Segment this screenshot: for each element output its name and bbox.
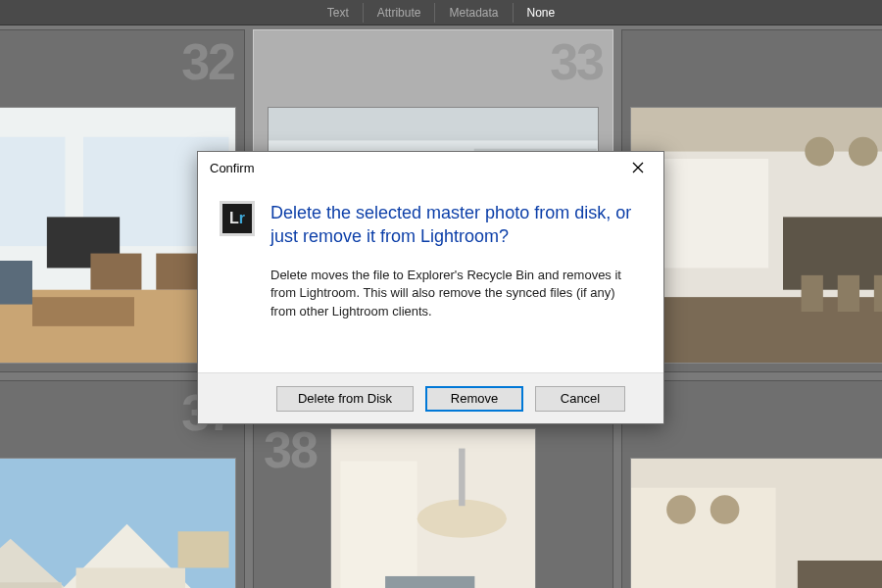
close-icon <box>632 162 644 173</box>
photo-thumbnail[interactable] <box>330 428 536 588</box>
svg-rect-35 <box>385 576 474 588</box>
svg-point-19 <box>849 137 878 167</box>
svg-rect-29 <box>178 531 229 567</box>
svg-rect-34 <box>459 449 466 507</box>
cell-number: 33 <box>550 32 603 91</box>
remove-button[interactable]: Remove <box>425 386 523 412</box>
cell-number: 38 <box>264 420 317 479</box>
svg-point-40 <box>666 495 696 524</box>
filter-tab-none[interactable]: None <box>514 3 569 23</box>
filter-tab-text[interactable]: Text <box>314 3 364 23</box>
dialog-heading: Delete the selected master photo from di… <box>270 201 642 249</box>
svg-rect-8 <box>32 297 134 326</box>
svg-rect-28 <box>76 567 185 588</box>
cell-number: 32 <box>181 32 234 91</box>
cancel-button[interactable]: Cancel <box>535 386 625 412</box>
dialog-description: Delete moves the file to Explorer's Recy… <box>270 267 642 322</box>
confirm-dialog: Confirm Lr Delete the selected master ph… <box>197 151 664 424</box>
dialog-button-row: Delete from Disk Remove Cancel <box>198 372 663 423</box>
dialog-title: Confirm <box>210 161 618 175</box>
dialog-titlebar: Confirm <box>198 152 663 183</box>
grid-cell[interactable]: 38 <box>253 417 613 588</box>
svg-rect-27 <box>0 582 62 588</box>
svg-rect-14 <box>631 108 882 152</box>
delete-from-disk-button[interactable]: Delete from Disk <box>276 386 414 412</box>
filter-tab-attribute[interactable]: Attribute <box>364 3 436 23</box>
svg-rect-32 <box>340 462 416 588</box>
photo-thumbnail[interactable] <box>630 458 882 588</box>
svg-rect-39 <box>631 488 776 588</box>
svg-point-18 <box>805 137 834 167</box>
svg-rect-5 <box>0 261 32 305</box>
lightroom-icon: Lr <box>220 201 255 236</box>
svg-point-41 <box>710 495 740 524</box>
svg-rect-20 <box>802 275 823 312</box>
photo-thumbnail[interactable] <box>630 107 882 364</box>
filter-bar: Text Attribute Metadata None <box>0 0 882 25</box>
svg-rect-17 <box>783 217 882 289</box>
filter-tab-metadata[interactable]: Metadata <box>435 3 513 23</box>
close-button[interactable] <box>618 154 658 181</box>
svg-rect-42 <box>798 561 882 588</box>
svg-rect-6 <box>90 254 141 290</box>
photo-thumbnail[interactable] <box>0 458 236 588</box>
svg-rect-21 <box>838 275 859 312</box>
svg-rect-22 <box>874 275 882 312</box>
dialog-body: Lr Delete the selected master photo from… <box>198 183 663 372</box>
svg-rect-10 <box>269 108 598 140</box>
